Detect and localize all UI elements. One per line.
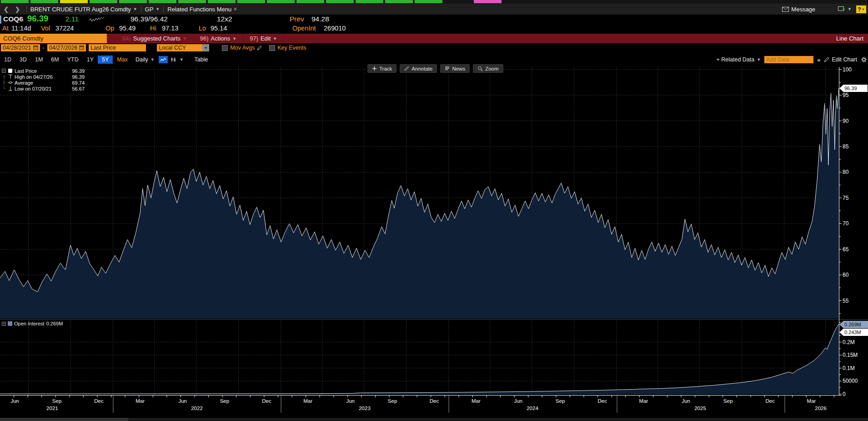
open-interest-last: 0.269M — [46, 321, 63, 326]
legend-value: 56.67 — [68, 86, 85, 91]
legend-row-high[interactable]: ├High on 04/27/2696.39 — [2, 74, 85, 80]
tree-connector: ├ — [2, 80, 6, 85]
svg-text:Mar: Mar — [135, 398, 145, 404]
track-button[interactable]: Track — [367, 64, 396, 73]
svg-text:Dec: Dec — [765, 398, 775, 404]
annotate-button[interactable]: Annotate — [400, 64, 437, 73]
svg-text:90: 90 — [843, 118, 849, 124]
tree-connector: └ — [2, 86, 6, 91]
svg-text:0.15M: 0.15M — [843, 352, 858, 358]
chart-canvas[interactable]: 5560657075808590951000500000.1M0.15M0.2M… — [0, 0, 868, 421]
open-interest-label: Open Interest — [14, 321, 45, 326]
open-interest-legend[interactable]: + Open Interest 0.269M — [2, 321, 63, 326]
legend-value: 69.74 — [68, 80, 85, 86]
open-interest-line-badge: 0.243M — [839, 329, 868, 336]
svg-text:70: 70 — [843, 220, 849, 227]
svg-text:95: 95 — [843, 92, 849, 98]
legend-label: Low on 07/20/21 — [15, 86, 67, 91]
swatch-icon — [7, 68, 13, 73]
last-price-axis-badge: 96.39 — [839, 85, 868, 92]
svg-text:Jun: Jun — [346, 398, 355, 404]
svg-text:Sep: Sep — [388, 398, 397, 404]
svg-text:Mar: Mar — [472, 398, 481, 404]
pencil-icon — [404, 66, 409, 71]
legend-label: Average — [15, 80, 67, 86]
svg-text:85: 85 — [843, 143, 849, 150]
svg-text:Jun: Jun — [10, 398, 19, 404]
legend-label: High on 04/27/26 — [15, 74, 67, 80]
open-interest-swatch — [8, 321, 12, 326]
svg-text:60: 60 — [843, 272, 849, 278]
low-icon — [7, 86, 13, 91]
svg-text:75: 75 — [843, 195, 849, 201]
tree-connector: ├ — [2, 74, 6, 79]
high-icon — [7, 74, 13, 79]
chart-tools: Track Annotate News Zoom — [367, 64, 503, 73]
svg-text:Sep: Sep — [556, 398, 565, 404]
svg-text:Sep: Sep — [220, 398, 229, 404]
svg-text:0.2M: 0.2M — [843, 339, 855, 345]
svg-text:Dec: Dec — [262, 398, 271, 404]
svg-text:0.1M: 0.1M — [843, 365, 855, 371]
svg-text:Mar: Mar — [303, 398, 312, 404]
svg-text:Jun: Jun — [514, 398, 522, 404]
bloomberg-terminal-window: ❮ ❯ BRENT CRUDE FUTR Aug26 Comdty ▼ GP ▼… — [0, 0, 868, 421]
svg-text:2021: 2021 — [46, 406, 58, 411]
open-interest-axis-badge: 0.269M — [839, 321, 868, 328]
news-lines-icon — [445, 66, 450, 71]
svg-text:Jun: Jun — [178, 398, 187, 404]
svg-text:65: 65 — [843, 246, 849, 253]
collapse-icon[interactable]: − — [2, 69, 6, 73]
expand-icon[interactable]: + — [2, 322, 6, 326]
svg-text:100: 100 — [843, 66, 852, 73]
svg-text:Sep: Sep — [52, 398, 61, 404]
zoom-button[interactable]: Zoom — [473, 64, 503, 73]
svg-text:2024: 2024 — [527, 406, 538, 411]
price-legend: −Last Price96.39├High on 04/27/2696.39├A… — [2, 68, 85, 91]
svg-text:2023: 2023 — [359, 406, 371, 411]
svg-text:0: 0 — [843, 391, 846, 397]
svg-text:Jun: Jun — [682, 398, 690, 404]
legend-value: 96.39 — [68, 74, 85, 80]
svg-text:50000: 50000 — [843, 378, 858, 384]
svg-text:Mar: Mar — [639, 398, 648, 404]
svg-text:Dec: Dec — [597, 398, 607, 404]
legend-value: 96.39 — [68, 68, 85, 74]
svg-text:Mar: Mar — [807, 398, 816, 404]
svg-text:55: 55 — [843, 298, 849, 304]
news-button[interactable]: News — [440, 64, 470, 73]
svg-text:80: 80 — [843, 169, 849, 175]
svg-text:2022: 2022 — [191, 406, 203, 411]
legend-row-low[interactable]: └Low on 07/20/2156.67 — [2, 86, 85, 91]
svg-text:2026: 2026 — [815, 406, 827, 411]
legend-row-swatch[interactable]: −Last Price96.39 — [2, 68, 85, 74]
magnifier-icon — [477, 66, 483, 71]
crosshair-icon — [372, 66, 377, 71]
average-icon — [7, 80, 13, 85]
legend-label: Last Price — [15, 68, 67, 74]
legend-row-average[interactable]: ├Average69.74 — [2, 80, 85, 86]
bottom-edge — [0, 418, 868, 421]
svg-text:Dec: Dec — [94, 398, 104, 404]
svg-text:2025: 2025 — [694, 406, 706, 411]
svg-text:Sep: Sep — [723, 398, 733, 404]
svg-text:Dec: Dec — [430, 398, 439, 404]
chart-region: 5560657075808590951000500000.1M0.15M0.2M… — [0, 0, 868, 421]
